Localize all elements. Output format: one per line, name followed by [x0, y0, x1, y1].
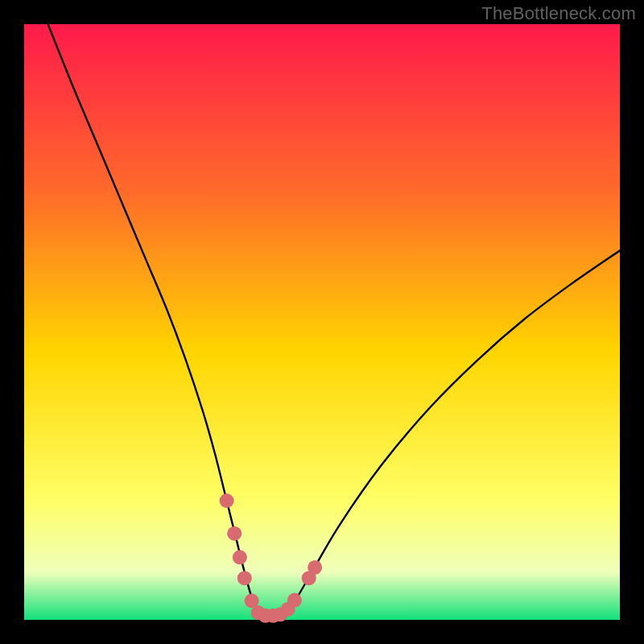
plot-background [24, 24, 620, 620]
chart-stage: TheBottleneck.com [0, 0, 644, 644]
curve-marker [237, 571, 252, 585]
watermark-text: TheBottleneck.com [481, 3, 636, 24]
curve-marker [220, 493, 234, 508]
curve-marker [233, 550, 247, 564]
curve-marker [287, 593, 302, 608]
bottleneck-chart [0, 0, 644, 644]
curve-marker [227, 526, 242, 541]
curve-marker [308, 560, 322, 575]
